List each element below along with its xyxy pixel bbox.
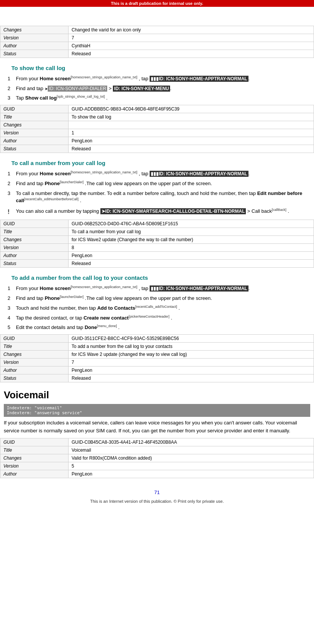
metadata-label: GUID [0, 105, 69, 113]
metadata-value: To add a number from the call log to you… [69, 343, 314, 351]
top-metadata-table: Changes Changed the varid for an icon on… [0, 26, 314, 58]
metadata-row: Status Released [0, 374, 314, 382]
step-1-2: 2 Find and tap ➤ID: ICN-SONY-APP-DIALER … [8, 85, 310, 92]
metadata-value: Released [69, 145, 314, 153]
metadata-row: Version 8 [0, 244, 314, 252]
string-ref: [pickerNewContactHeader] [129, 315, 170, 318]
bold-text: Create new contact [84, 315, 129, 321]
step-3-3: 3 Touch and hold the number, then tap Ad… [8, 304, 310, 312]
string-ref: [recentCalls_addToContact] [135, 305, 177, 309]
metadata-value: 8 [69, 244, 314, 252]
metadata-row: Status Released [0, 50, 314, 58]
metadata-label: GUID [0, 220, 69, 228]
step-number: 1 [8, 75, 16, 83]
indexterm-1: Indexterm: "voicemail" [7, 405, 307, 410]
metadata-value: GUID-06B252C0-D4D0-476C-ABA4-5D809E1F161… [69, 220, 314, 228]
metadata-row: Author PengLeon [0, 137, 314, 145]
section-show-call-log: To show the call log 1 From your Home sc… [4, 65, 310, 102]
page-number: 71 [0, 490, 314, 495]
step-number: 1 [8, 170, 16, 178]
metadata-row: Version 1 [0, 129, 314, 137]
metadata-value: PengLeon [69, 137, 314, 145]
metadata-row: Changes [0, 121, 314, 129]
step-number: 2 [8, 85, 16, 92]
metadata-row: GUID GUID-C0B45CA8-3035-4A41-AF12-46F452… [0, 438, 314, 446]
step-number: 1 [8, 285, 16, 292]
metadata-value: for ICS Wave 2 update (changed the way t… [69, 351, 314, 359]
metadata-row: Version 7 [0, 359, 314, 366]
icon-ref: ▮▮▮ID: ICN-SONY-HOME-APPTRAY-NORMAL [150, 76, 248, 82]
metadata-label: Changes [0, 26, 69, 34]
bold-text: Add to Contacts [97, 305, 135, 311]
metadata-label: Status [0, 50, 69, 58]
step-content: Tap the desired contact, or tap Create n… [16, 314, 310, 322]
step-number: 2 [8, 295, 16, 302]
step-content: From your Home screen[homescreen_strings… [16, 285, 310, 292]
metadata-value: Voicemail [69, 446, 314, 454]
metadata-row: GUID GUID-3511CFE2-B8CC-4CF9-93AC-53529E… [0, 335, 314, 343]
section-call-number: To call a number from your call log 1 Fr… [4, 160, 310, 217]
metadata-value: GUID-C0B45CA8-3035-4A41-AF12-46F45200B8A… [69, 438, 314, 446]
metadata-row: Status Released [0, 145, 314, 153]
metadata-label: Author [0, 470, 69, 478]
step-number: 2 [8, 180, 16, 187]
bold-text: Show call log [25, 95, 57, 101]
metadata-row: Title To call a number from your call lo… [0, 228, 314, 236]
metadata-value: 7 [69, 34, 314, 42]
metadata-label: Title [0, 343, 69, 351]
metadata-label: Changes [0, 454, 69, 462]
section3-metadata-table: GUID GUID-3511CFE2-B8CC-4CF9-93AC-53529E… [0, 334, 314, 382]
section2-metadata-table: GUID GUID-06B252C0-D4D0-476C-ABA4-5D809E… [0, 220, 314, 268]
metadata-label: GUID [0, 335, 69, 343]
metadata-row: Author CynthiaH [0, 42, 314, 50]
string-ref: [launcherDialer] [60, 180, 84, 184]
metadata-label: Changes [0, 351, 69, 359]
footer-text: This is an Internet version of this publ… [0, 499, 314, 504]
step-2-1: 1 From your Home screen[homescreen_strin… [8, 170, 310, 178]
step-content: From your Home screen[homescreen_strings… [16, 170, 310, 178]
bold-text: Home screen [40, 76, 71, 81]
note-content: You can also call a number by tapping ➤I… [16, 207, 306, 217]
icon-ref: ID: ICN-SONY-KEY-MENU [113, 86, 170, 92]
metadata-row: GUID GUID-ADDBBB5C-9B83-4C04-98D8-48FE46… [0, 105, 314, 113]
metadata-label: Version [0, 129, 69, 137]
metadata-value: GUID-ADDBBB5C-9B83-4C04-98D8-48FE46F95C3… [69, 105, 314, 113]
metadata-label: Version [0, 462, 69, 470]
section1-title: To show the call log [11, 65, 310, 71]
metadata-label: Author [0, 366, 69, 374]
string-ref: [callBack] [272, 208, 287, 212]
step-content: Tap Show call log[spb_strings_show_call_… [16, 94, 310, 102]
section1-steps: 1 From your Home screen[homescreen_strin… [8, 75, 310, 102]
string-ref: [homescreen_strings_application_name_txt… [71, 75, 137, 79]
metadata-label: Status [0, 145, 69, 153]
step-3-1: 1 From your Home screen[homescreen_strin… [8, 285, 310, 292]
section2-title: To call a number from your call log [11, 160, 310, 166]
metadata-row: Changes Changed the varid for an icon on… [0, 26, 314, 34]
step-3-2: 2 Find and tap Phone[launcherDialer] .Th… [8, 295, 310, 302]
metadata-row: Changes for ICS Wave 2 update (changed t… [0, 351, 314, 359]
metadata-row: Title To add a number from the call log … [0, 343, 314, 351]
icon-ref: ➤ID: ICN-SONY-SMARTSEARCH-CALLLOG-DETAIL… [100, 208, 246, 214]
metadata-value: PengLeon [69, 470, 314, 478]
metadata-label: Version [0, 244, 69, 252]
metadata-value: CynthiaH [69, 42, 314, 50]
metadata-label: Author [0, 137, 69, 145]
step-1-1: 1 From your Home screen[homescreen_strin… [8, 75, 310, 83]
metadata-row: Author PengLeon [0, 366, 314, 374]
string-ref: [spb_strings_show_call_log_txt] [57, 95, 105, 98]
metadata-value: PengLeon [69, 252, 314, 260]
metadata-row: Changes for ICS Wave2 update (Changed th… [0, 236, 314, 244]
metadata-value: 1 [69, 129, 314, 137]
step-number: 3 [8, 94, 16, 102]
bold-text: Home screen [40, 285, 71, 291]
step-content: To call a number directly, tap the numbe… [16, 190, 310, 204]
section2-steps: 1 From your Home screen[homescreen_strin… [8, 170, 310, 204]
section3-steps: 1 From your Home screen[homescreen_strin… [8, 285, 310, 331]
metadata-value: for ICS Wave2 update (Changed the way to… [69, 236, 314, 244]
step-content: From your Home screen[homescreen_strings… [16, 75, 310, 83]
icon-ref: ID: ICN-SONY-APP-DIALER [48, 86, 108, 92]
step-content: Find and tap ➤ID: ICN-SONY-APP-DIALER > … [16, 85, 310, 92]
metadata-row: Title To show the call log [0, 113, 314, 121]
note-symbol: ! [8, 207, 16, 217]
step-2-2: 2 Find and tap Phone[launcherDialer] .Th… [8, 180, 310, 187]
